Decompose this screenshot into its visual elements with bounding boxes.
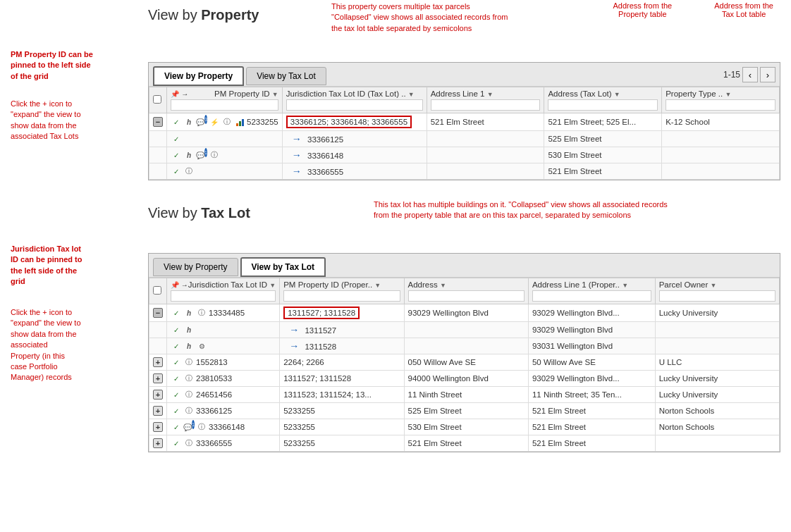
- bubble-icon[interactable]: 💬3: [196, 116, 207, 128]
- tab-view-by-taxlot-1[interactable]: View by Tax Lot: [246, 67, 326, 85]
- bubble-icon[interactable]: 💬1: [183, 421, 195, 433]
- address-taxlot-value: 521 Elm Street; 525 El...: [544, 113, 662, 131]
- pm-id-value-2: 2264; 2266: [280, 354, 404, 371]
- check-icon[interactable]: ✓: [171, 149, 182, 161]
- filter-address-taxlot[interactable]: [548, 99, 658, 111]
- pm-id-value: 5233255: [247, 118, 278, 126]
- pm-id-value-5: 5233255: [280, 403, 404, 419]
- col-header-taxlot-id: Jurisdiction Tax Lot ID (Tax Lot) .. ▼: [286, 89, 415, 98]
- check-icon[interactable]: ✓: [171, 389, 182, 400]
- info-icon[interactable]: ⓘ: [221, 116, 233, 128]
- expand-icon-5[interactable]: +: [153, 406, 163, 416]
- col-header-prop-type: Property Type .. ▼: [666, 89, 731, 98]
- check-icon[interactable]: ✓: [171, 116, 182, 128]
- address-prop-value-5: 521 Elm Street: [528, 403, 655, 419]
- col-header-pm-id-2: PM Property ID (Proper.. ▼: [283, 280, 381, 289]
- info-icon[interactable]: ⓘ: [183, 373, 195, 384]
- check-icon[interactable]: ✓: [171, 340, 182, 352]
- table-row: + ✓ ⓘ 24651456 1311523; 1311524; 13... 1…: [149, 387, 780, 403]
- h-icon[interactable]: h: [183, 324, 195, 335]
- tab-view-by-taxlot-2[interactable]: View by Tax Lot: [240, 257, 326, 277]
- check-icon[interactable]: ✓: [171, 307, 182, 318]
- pm-id-value-6: 5233255: [280, 419, 404, 435]
- address-value-6: 530 Elm Street: [404, 419, 528, 435]
- jid-value: 23810533: [196, 374, 232, 383]
- col-header-jid: Jurisdiction Tax Lot ID ▼: [188, 280, 276, 289]
- jid-value: 33366125: [196, 407, 232, 415]
- check-icon[interactable]: ✓: [171, 421, 182, 433]
- expand-icon-7[interactable]: +: [153, 438, 163, 448]
- child-address-taxlot: 530 Elm Street: [544, 147, 662, 163]
- parcel-owner-value-4: Lucky University: [655, 387, 779, 403]
- filter-taxlot-id[interactable]: [286, 99, 423, 111]
- check-icon[interactable]: ✓: [171, 166, 182, 177]
- child-taxlot-id: 33366555: [307, 168, 343, 176]
- h-icon[interactable]: h: [183, 149, 195, 161]
- bars-icon[interactable]: [234, 116, 245, 128]
- annotation-left-pm: PM Property ID can bepinned to the left …: [11, 49, 141, 82]
- address-value-3: 94000 Wellington Blvd: [404, 371, 528, 387]
- address-prop-value-4: 11 Ninth Street; 35 Ten...: [528, 387, 655, 403]
- expand-icon-3[interactable]: +: [153, 373, 163, 383]
- annotation-left-jid: Jurisdiction Tax lotID can be pinned tot…: [11, 244, 141, 287]
- h-icon[interactable]: h: [183, 307, 195, 318]
- collapse-icon[interactable]: −: [153, 117, 163, 127]
- check-icon[interactable]: ✓: [171, 133, 182, 144]
- check-icon[interactable]: ✓: [171, 373, 182, 384]
- h-icon[interactable]: h: [183, 340, 195, 352]
- info-icon[interactable]: ⓘ: [183, 357, 195, 368]
- filter-prop-type[interactable]: [666, 99, 775, 111]
- parcel-owner-value: U LLC: [655, 354, 779, 371]
- info-icon[interactable]: ⓘ: [183, 438, 195, 449]
- parcel-owner-value-6: Norton Schools: [655, 419, 779, 435]
- table-row: ✓ → 33366125 525 Elm Street: [149, 131, 780, 147]
- check-icon[interactable]: ✓: [171, 324, 182, 335]
- child-pm-id: 1311527: [305, 326, 336, 335]
- tab-view-by-property-2[interactable]: View by Property: [153, 258, 238, 276]
- filter-address-prop[interactable]: [532, 290, 651, 302]
- col-header-pm-id: PM Property ID ▼: [214, 89, 278, 98]
- address-value-2: 93029 Wellington Blvd: [404, 304, 528, 322]
- annotation-address-property: Address from theProperty table: [613, 1, 672, 18]
- check-icon[interactable]: ✓: [171, 405, 182, 416]
- info-icon[interactable]: ⓘ: [196, 307, 207, 318]
- expand-icon-2[interactable]: +: [153, 357, 163, 367]
- info-icon[interactable]: ⓘ: [196, 421, 207, 433]
- filter-pm-id[interactable]: [171, 99, 278, 111]
- expand-icon-4[interactable]: +: [153, 390, 163, 400]
- bolt-icon[interactable]: ⚡: [209, 116, 220, 128]
- filter-parcel-owner[interactable]: [659, 290, 775, 302]
- jid-value: 13334485: [209, 309, 245, 317]
- check-icon[interactable]: ✓: [171, 357, 182, 368]
- parcel-owner-value-5: Norton Schools: [655, 403, 779, 419]
- info-icon[interactable]: ⓘ: [209, 149, 220, 161]
- expand-icon-6[interactable]: +: [153, 422, 163, 432]
- filter-pm-id-2[interactable]: [283, 290, 400, 302]
- gear-icon[interactable]: ⚙: [196, 340, 207, 352]
- info-icon[interactable]: ⓘ: [183, 166, 195, 177]
- child-taxlot-id: 33366148: [307, 151, 343, 160]
- pagination-prev-1[interactable]: ‹: [742, 67, 758, 82]
- bubble-icon[interactable]: 💬1: [196, 149, 207, 161]
- filter-address-2[interactable]: [408, 290, 525, 302]
- select-all-checkbox-1[interactable]: [153, 95, 161, 104]
- check-icon[interactable]: ✓: [171, 438, 182, 449]
- col-header-address1: Address Line 1 ▼: [431, 89, 493, 98]
- address-line1-value: 521 Elm Street: [427, 113, 544, 131]
- select-all-checkbox-2[interactable]: [153, 286, 161, 295]
- info-icon[interactable]: ⓘ: [183, 405, 195, 416]
- collapse-icon-2[interactable]: −: [153, 308, 163, 318]
- child-pm-id: 1311528: [305, 342, 336, 351]
- info-icon[interactable]: ⓘ: [183, 389, 195, 400]
- jid-value: 24651456: [196, 390, 232, 399]
- pagination-next-1[interactable]: ›: [760, 67, 775, 82]
- arrow-icon: →: [289, 324, 299, 335]
- child-address-taxlot: 525 Elm Street: [544, 131, 662, 147]
- jid-value: 33366555: [196, 439, 232, 447]
- h-icon[interactable]: h: [183, 116, 195, 128]
- filter-jid[interactable]: [171, 290, 276, 302]
- filter-address1[interactable]: [431, 99, 541, 111]
- address-prop-value: 93029 Wellington Blvd...: [528, 304, 655, 322]
- tab-view-by-property-1[interactable]: View by Property: [153, 66, 244, 86]
- table-row: ✓ ⓘ → 33366555 521 Elm Street: [149, 163, 780, 180]
